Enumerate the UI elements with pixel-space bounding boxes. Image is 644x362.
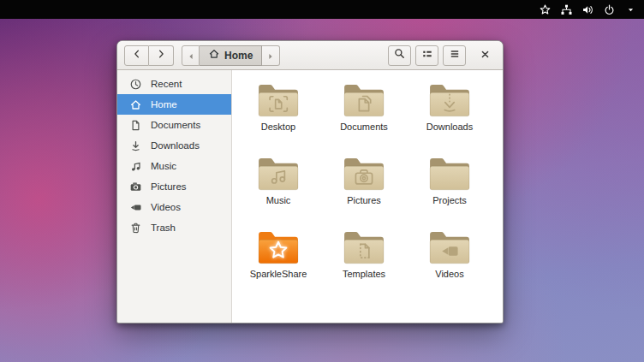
sidebar-item-label: Recent <box>151 79 182 89</box>
window-content: RecentHomeDocumentsDownloadsMusicPicture… <box>117 70 503 323</box>
volume-icon[interactable] <box>581 3 594 16</box>
sidebar-item-label: Downloads <box>151 140 200 151</box>
star-icon[interactable] <box>538 3 552 16</box>
folder-label: Pictures <box>347 195 381 205</box>
folder-sparkleshare[interactable]: SparkleShare <box>236 225 321 299</box>
places-sidebar: RecentHomeDocumentsDownloadsMusicPicture… <box>117 70 232 323</box>
file-view: Desktop Documents Downloads Music <box>232 70 503 323</box>
hamburger-menu-icon <box>449 48 461 63</box>
close-button[interactable] <box>474 45 496 66</box>
sidebar-item-music[interactable]: Music <box>117 156 231 176</box>
music-note-icon <box>128 159 142 173</box>
path-location-button-home[interactable]: Home <box>200 45 262 66</box>
path-scroll-left-button[interactable] <box>182 45 200 66</box>
folder-label: Music <box>266 195 291 205</box>
sidebar-item-label: Home <box>151 99 177 110</box>
folder-label: Projects <box>432 195 467 205</box>
sidebar-item-home[interactable]: Home <box>117 94 231 115</box>
folder-videos[interactable]: Videos <box>407 225 492 299</box>
folder-icon <box>257 228 300 265</box>
top-system-bar <box>0 0 644 19</box>
folder-icon <box>343 154 385 192</box>
folder-downloads[interactable]: Downloads <box>407 78 492 151</box>
folder-projects[interactable]: Projects <box>407 151 492 225</box>
chevron-left-icon <box>131 48 143 63</box>
folder-documents[interactable]: Documents <box>321 78 407 151</box>
network-icon[interactable] <box>559 3 573 16</box>
trash-icon <box>128 221 142 234</box>
camera-icon <box>128 180 142 193</box>
history-nav-group <box>124 45 174 66</box>
close-icon <box>480 48 491 63</box>
triangle-left-icon <box>188 48 194 63</box>
power-icon[interactable] <box>602 3 616 16</box>
list-view-icon <box>421 48 433 63</box>
headerbar-actions <box>388 45 496 66</box>
sidebar-item-recent[interactable]: Recent <box>117 74 231 94</box>
chevron-down-icon[interactable] <box>623 3 637 16</box>
download-icon <box>128 139 142 152</box>
folder-icon <box>428 228 471 265</box>
folder-label: Downloads <box>426 122 473 132</box>
folder-label: SparkleShare <box>250 269 307 279</box>
back-button[interactable] <box>124 45 149 66</box>
view-toggle-button[interactable] <box>415 45 438 66</box>
path-location-label: Home <box>224 50 253 62</box>
sidebar-item-videos[interactable]: Videos <box>117 197 231 217</box>
sidebar-item-trash[interactable]: Trash <box>117 217 231 238</box>
folder-icon <box>343 80 385 118</box>
sidebar-item-label: Pictures <box>151 181 187 192</box>
headerbar: Home <box>117 41 503 70</box>
sidebar-item-label: Trash <box>151 223 176 233</box>
folder-templates[interactable]: Templates <box>321 225 407 299</box>
menu-button[interactable] <box>443 45 466 66</box>
document-icon <box>128 118 142 132</box>
search-icon <box>393 47 406 63</box>
chevron-right-icon <box>155 48 167 63</box>
clock-icon <box>128 77 142 91</box>
file-manager-window: Home RecentHomeDocumentsDownloadsMusicPi… <box>116 40 504 323</box>
folder-label: Desktop <box>261 122 295 132</box>
path-scroll-right-button[interactable] <box>262 45 280 66</box>
folder-icon <box>257 80 300 118</box>
folder-label: Documents <box>340 122 388 132</box>
folder-label: Videos <box>435 269 463 279</box>
folder-pictures[interactable]: Pictures <box>321 151 407 225</box>
folder-desktop[interactable]: Desktop <box>236 78 321 151</box>
folder-icon <box>343 228 385 265</box>
triangle-right-icon <box>267 48 274 63</box>
search-button[interactable] <box>388 45 411 66</box>
sidebar-item-label: Videos <box>151 202 181 212</box>
sidebar-item-pictures[interactable]: Pictures <box>117 176 231 197</box>
home-icon <box>128 98 142 111</box>
file-grid: Desktop Documents Downloads Music <box>236 78 503 299</box>
folder-icon <box>428 154 471 192</box>
folder-music[interactable]: Music <box>236 151 321 225</box>
path-bar: Home <box>182 45 280 66</box>
sidebar-item-label: Documents <box>151 120 200 130</box>
folder-icon <box>257 154 300 192</box>
folder-icon <box>428 80 471 118</box>
sidebar-item-label: Music <box>151 161 176 171</box>
forward-button[interactable] <box>149 45 174 66</box>
home-icon <box>208 48 220 63</box>
sidebar-item-downloads[interactable]: Downloads <box>117 135 231 156</box>
folder-label: Templates <box>343 269 385 279</box>
video-camera-icon <box>128 200 142 214</box>
sidebar-item-documents[interactable]: Documents <box>117 115 231 135</box>
